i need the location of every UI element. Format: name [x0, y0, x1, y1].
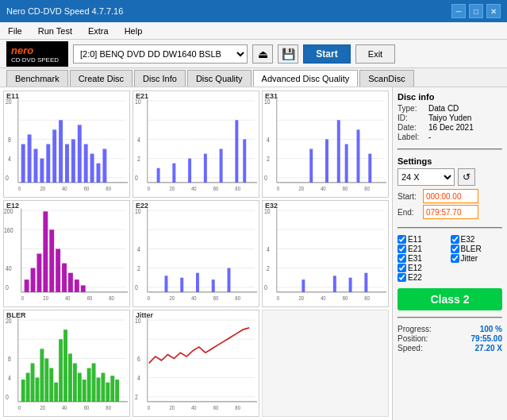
chart-e12: E12 200 160 40 0 0 20 40 60 80 [3, 200, 130, 307]
checkbox-grid: E11 E32 E21 BLER E31 [398, 235, 502, 282]
tab-advanced-disc-quality[interactable]: Advanced Disc Quality [253, 70, 359, 87]
svg-text:80: 80 [235, 185, 240, 191]
svg-rect-54 [243, 139, 246, 182]
svg-rect-178 [83, 380, 86, 402]
svg-rect-28 [90, 154, 94, 183]
svg-text:40: 40 [62, 404, 67, 410]
svg-rect-123 [180, 278, 183, 292]
chart-jitter: Jitter 10 6 4 2 0 20 40 60 80 [133, 310, 259, 417]
svg-text:160: 160 [4, 226, 13, 234]
checkbox-bler-input[interactable] [451, 245, 459, 253]
save-icon-button[interactable]: 💾 [278, 44, 298, 64]
refresh-button[interactable]: ↺ [458, 168, 475, 186]
checkbox-e21-input[interactable] [398, 245, 406, 253]
menu-help[interactable]: Help [120, 25, 148, 37]
close-button[interactable]: ✕ [486, 4, 501, 18]
svg-text:0: 0 [6, 394, 9, 402]
toolbar: nero CD·DVD SPEED [2:0] BENQ DVD DD DW16… [0, 40, 507, 68]
svg-text:40: 40 [191, 185, 197, 191]
svg-text:60: 60 [213, 295, 219, 301]
progress-section: Progress: 100 % Position: 79:55.00 Speed… [398, 325, 502, 353]
svg-rect-18 [28, 134, 32, 182]
tab-benchmark[interactable]: Benchmark [6, 70, 68, 87]
svg-text:60: 60 [343, 295, 348, 301]
svg-text:20: 20 [298, 295, 304, 301]
svg-text:0: 0 [148, 404, 151, 410]
svg-rect-17 [21, 144, 25, 183]
start-time-row: Start: [398, 189, 502, 203]
disc-type-row: Type: Data CD [398, 104, 502, 113]
svg-text:6: 6 [137, 355, 140, 363]
svg-rect-103 [75, 279, 79, 292]
speed-select[interactable]: 24 X [398, 168, 455, 186]
eject-icon-button[interactable]: ⏏ [252, 44, 273, 64]
svg-rect-23 [59, 120, 63, 183]
minimize-button[interactable]: ─ [451, 4, 466, 18]
svg-text:20: 20 [169, 404, 175, 410]
svg-text:60: 60 [84, 185, 90, 191]
start-button[interactable]: Start [303, 44, 351, 64]
drive-select[interactable]: [2:0] BENQ DVD DD DW1640 BSLB [73, 44, 248, 64]
tab-disc-quality[interactable]: Disc Quality [187, 70, 252, 87]
svg-text:0: 0 [18, 404, 21, 410]
checkbox-jitter-input[interactable] [451, 254, 459, 263]
svg-rect-169 [40, 349, 44, 402]
settings-title: Settings [398, 156, 502, 166]
svg-rect-181 [97, 378, 101, 402]
svg-rect-52 [220, 149, 223, 183]
checkbox-e31-input[interactable] [398, 254, 406, 263]
checkbox-jitter-label: Jitter [461, 254, 478, 263]
svg-text:80: 80 [106, 185, 111, 191]
svg-rect-73 [325, 139, 328, 182]
svg-text:80: 80 [235, 295, 240, 301]
svg-rect-165 [21, 380, 25, 402]
menu-file[interactable]: File [3, 25, 27, 37]
svg-rect-126 [228, 268, 231, 292]
disc-id-row: ID: Taiyo Yuden [398, 114, 502, 122]
svg-rect-29 [97, 164, 101, 183]
svg-rect-19 [34, 149, 38, 183]
svg-text:60: 60 [87, 295, 93, 301]
tab-create-disc[interactable]: Create Disc [70, 70, 133, 87]
end-time-input[interactable] [423, 205, 478, 219]
svg-rect-96 [31, 268, 36, 292]
svg-text:8: 8 [8, 355, 11, 363]
class-badge: Class 2 [398, 288, 502, 310]
menu-extra[interactable]: Extra [83, 25, 113, 37]
svg-rect-146 [349, 278, 352, 292]
title-bar-controls: ─ □ ✕ [451, 4, 501, 18]
start-time-input[interactable] [423, 189, 478, 203]
checkbox-bler-label: BLER [461, 245, 482, 253]
checkbox-e12-input[interactable] [398, 264, 406, 272]
menu-run-test[interactable]: Run Test [33, 25, 77, 37]
svg-text:20: 20 [298, 185, 304, 191]
checkboxes-section: E11 E32 E21 BLER E31 [398, 235, 502, 282]
maximize-button[interactable]: □ [469, 4, 483, 18]
svg-rect-127 [263, 201, 388, 306]
id-value: Taiyo Yuden [428, 114, 471, 122]
exit-button[interactable]: Exit [355, 44, 395, 64]
svg-rect-76 [357, 129, 360, 183]
svg-text:2: 2 [267, 156, 270, 164]
svg-text:0: 0 [18, 185, 21, 191]
checkbox-e32-input[interactable] [451, 235, 459, 244]
svg-rect-22 [52, 129, 56, 183]
tab-disc-info[interactable]: Disc Info [134, 70, 186, 87]
checkbox-e11-input[interactable] [398, 235, 406, 244]
svg-text:2: 2 [137, 265, 140, 273]
svg-text:0: 0 [135, 175, 138, 183]
svg-text:80: 80 [106, 404, 111, 410]
label-value: - [428, 133, 431, 141]
svg-rect-170 [44, 358, 48, 401]
checkbox-e22-input[interactable] [398, 273, 406, 282]
checkbox-empty [451, 264, 503, 272]
svg-text:40: 40 [65, 295, 71, 301]
tab-scandisc[interactable]: ScanDisc [359, 70, 413, 87]
svg-rect-99 [49, 229, 54, 292]
svg-rect-172 [54, 383, 58, 402]
svg-text:80: 80 [364, 185, 370, 191]
disc-date-row: Date: 16 Dec 2021 [398, 123, 502, 132]
svg-text:0: 0 [6, 284, 9, 292]
label-label: Label: [398, 133, 425, 141]
svg-rect-125 [212, 279, 215, 292]
